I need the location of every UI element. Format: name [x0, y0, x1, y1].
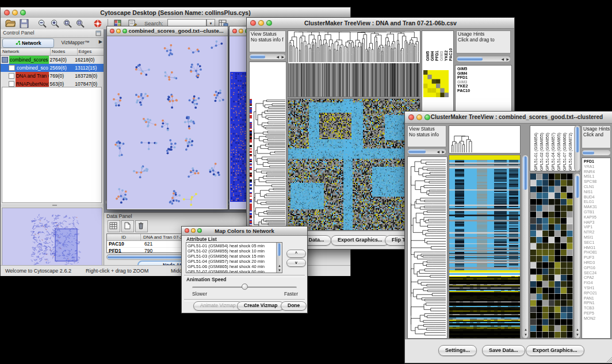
tv2-heatmap-vscrollbar[interactable]: ▲ ▼	[522, 155, 529, 339]
zoom-in-icon[interactable]	[50, 19, 60, 28]
gene-label[interactable]: MAK31	[584, 205, 610, 210]
tab-vizmapper[interactable]: VizMapper™	[55, 39, 95, 47]
gene-label[interactable]: TCB3	[584, 306, 610, 311]
gene-label[interactable]: HAP3	[584, 220, 610, 225]
gene-label[interactable]: SEC24	[584, 271, 610, 276]
scroll-up-icon[interactable]: ▲	[524, 328, 527, 331]
gene-label[interactable]: SPC98	[584, 179, 610, 185]
gene-label[interactable]: PUF3	[584, 255, 610, 260]
minimize-icon[interactable]	[416, 114, 422, 120]
done-button[interactable]: Done	[281, 301, 307, 311]
scroll-right-icon[interactable]: ▶	[281, 55, 284, 59]
open-file-icon[interactable]	[5, 19, 16, 28]
gene-label[interactable]: PHO81	[584, 250, 610, 255]
attribute-list-item[interactable]: GPL51-07 (GSM868) heat shock 60 min	[188, 269, 282, 273]
scroll-right-icon[interactable]: ▶	[506, 58, 509, 61]
tv1-status-hscrollbar[interactable]: ◀▶	[249, 53, 286, 60]
gene-label[interactable]: FIG4	[584, 281, 610, 286]
close-icon[interactable]	[185, 228, 189, 233]
gene-label[interactable]: MSL1	[584, 174, 610, 179]
tab-network[interactable]: Network	[2, 39, 54, 48]
gene-label[interactable]: KAP95	[584, 215, 610, 220]
float-panel-icon[interactable]	[95, 30, 101, 36]
zoom-selected-icon[interactable]	[63, 19, 73, 28]
close-icon[interactable]	[4, 10, 10, 16]
animate-vizmap-button[interactable]: Animate Vizmap	[193, 301, 243, 311]
window-controls[interactable]	[408, 114, 430, 120]
close-icon[interactable]	[232, 29, 237, 33]
minimize-icon[interactable]	[191, 228, 196, 233]
tv2-zoom-vscrollbar[interactable]: ▲ ▼	[574, 173, 580, 339]
dialog-titlebar[interactable]: Map Colors to Network	[182, 227, 307, 236]
zoom-window-icon[interactable]	[424, 114, 430, 120]
tv2-col-dendrogram-canvas[interactable]	[449, 126, 520, 153]
gene-label[interactable]: HMG1	[584, 246, 610, 251]
gene-label[interactable]: GIM4	[457, 71, 511, 76]
gene-label[interactable]: SEC1	[584, 240, 610, 246]
gene-label[interactable]: BUD4	[584, 195, 610, 200]
attribute-list-item[interactable]: GPL51-02 (GSM855) heat shock 10 min	[188, 248, 282, 254]
network-list-row[interactable]: combined_sco2569(6)13112(15)	[1, 64, 104, 72]
minimize-icon[interactable]	[258, 20, 264, 26]
datapanel-table-icon-button[interactable]	[108, 220, 120, 232]
network-view-titlebar[interactable]: combined_scores_good.txt--cluste...	[107, 26, 228, 36]
scroll-down-icon[interactable]: ▼	[576, 333, 579, 336]
gene-label[interactable]: GIM3	[457, 80, 511, 85]
tv2-status-hscrollbar[interactable]: ◀▶	[407, 148, 446, 155]
tv2-zoom-heatmap-canvas[interactable]	[530, 174, 573, 338]
datapanel-trash-icon-button[interactable]	[135, 220, 148, 232]
settings-button[interactable]: Settings...	[438, 345, 477, 356]
scroll-down-icon[interactable]: ▼	[524, 333, 527, 336]
gene-label[interactable]: GPI16	[584, 266, 610, 271]
attribute-list-item[interactable]: GPL51-06 (GSM865) heat shock 40 min	[188, 264, 282, 269]
zoom-window-icon[interactable]	[20, 10, 26, 16]
close-icon[interactable]	[408, 114, 414, 120]
minimize-icon[interactable]	[116, 29, 121, 33]
attribute-list-item[interactable]: GPL51-01 (GSM854) heat shock 05 min	[188, 243, 282, 248]
gene-label[interactable]: YRA1	[584, 164, 610, 170]
window-controls[interactable]	[250, 20, 272, 26]
resize-grip-icon[interactable]	[605, 355, 612, 362]
save-icon[interactable]	[19, 19, 29, 28]
gene-label[interactable]: PAN1	[584, 296, 610, 301]
window-controls[interactable]	[4, 10, 26, 16]
treeview1-titlebar[interactable]: ClusterMaker TreeView : DNA and Tran 07-…	[247, 18, 514, 29]
scroll-right-icon[interactable]: ▶	[442, 150, 445, 154]
window-controls[interactable]	[185, 228, 202, 233]
help-lifesaver-icon[interactable]	[93, 19, 103, 28]
tv2-row-dendrogram-canvas[interactable]	[408, 157, 447, 338]
create-vizmap-button[interactable]: Create Vizmap	[237, 301, 284, 311]
export-graphics-button[interactable]: Export Graphics...	[526, 345, 584, 356]
gene-label[interactable]: RPN1	[584, 301, 610, 306]
zoom-window-icon[interactable]	[266, 20, 272, 26]
minimize-icon[interactable]	[12, 10, 18, 16]
zoom-out-icon[interactable]	[37, 19, 48, 28]
tv1-heatmap-canvas[interactable]	[288, 99, 420, 230]
window-controls[interactable]	[110, 29, 127, 33]
scroll-left-icon[interactable]: ◀	[276, 55, 279, 59]
close-icon[interactable]	[250, 20, 256, 26]
scroll-up-icon[interactable]: ▲	[278, 264, 281, 267]
zoom-window-icon[interactable]	[123, 29, 127, 33]
gene-label[interactable]: HRD3	[584, 260, 610, 266]
panel-divider[interactable]	[1, 204, 104, 207]
gene-label[interactable]: PAC10	[457, 89, 511, 93]
save-data-button[interactable]: Save Data...	[482, 345, 525, 356]
gene-label[interactable]: YKE2	[457, 84, 511, 89]
gene-label[interactable]: PFD1	[457, 75, 511, 80]
tv1-hints-hscrollbar[interactable]: ◀▶	[456, 56, 511, 62]
gene-label[interactable]: PFD1	[584, 159, 610, 164]
gene-label[interactable]: MON2	[584, 316, 610, 321]
gene-label[interactable]: YSH1	[584, 286, 610, 291]
tv2-hints-hscrollbar[interactable]	[582, 150, 611, 156]
scroll-left-icon[interactable]: ◀	[437, 150, 439, 154]
gene-label[interactable]: GTB1	[584, 210, 610, 215]
gene-label[interactable]: MSI1	[584, 235, 610, 240]
network-view-canvas[interactable]	[107, 36, 227, 209]
network-list-row[interactable]: combined_scores2764(0)16218(0)	[1, 56, 104, 64]
tab-overflow-button[interactable]: ▶	[99, 39, 102, 44]
gene-label[interactable]: PEP5	[584, 311, 610, 316]
gene-label[interactable]: ELG1	[584, 200, 610, 205]
scroll-down-icon[interactable]: ▼	[278, 269, 281, 272]
slider-thumb[interactable]	[242, 283, 248, 290]
